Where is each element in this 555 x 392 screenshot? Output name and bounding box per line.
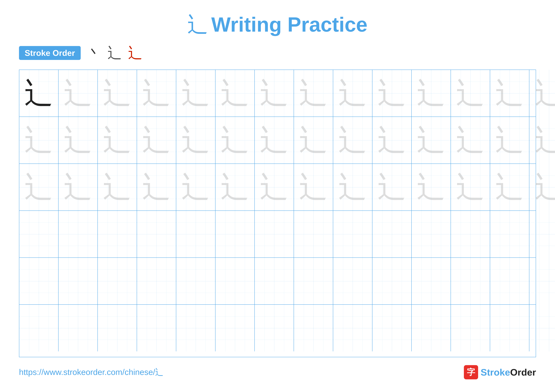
- footer-brand-name: StrokeOrder: [481, 367, 536, 378]
- grid-cell[interactable]: [255, 258, 294, 304]
- footer: https://www.strokeorder.com/chinese/辶 字 …: [19, 365, 536, 379]
- grid-cell[interactable]: [58, 211, 98, 257]
- grid-cell[interactable]: 辶: [529, 164, 555, 210]
- grid-cell[interactable]: [98, 211, 137, 257]
- grid-cell[interactable]: [19, 258, 58, 304]
- grid-cell[interactable]: 辶: [19, 70, 58, 117]
- grid-cell[interactable]: [58, 258, 98, 304]
- grid-cell[interactable]: 辶: [215, 117, 255, 164]
- grid-cell[interactable]: 辶: [529, 117, 555, 164]
- grid-cell[interactable]: 辶: [255, 164, 294, 210]
- grid-cell[interactable]: [529, 305, 555, 351]
- title-row: 辶 Writing Practice: [19, 13, 536, 36]
- grid-cell[interactable]: 辶: [490, 164, 529, 210]
- grid-cell[interactable]: [372, 305, 412, 351]
- grid-cell[interactable]: [176, 305, 215, 351]
- grid-cell[interactable]: 辶: [372, 70, 412, 117]
- grid-row-6: [19, 305, 536, 351]
- grid-cell[interactable]: [333, 211, 372, 257]
- grid-cell[interactable]: [412, 305, 451, 351]
- grid-cell[interactable]: 辶: [372, 164, 412, 210]
- stroke-order-row: Stroke Order 丶 辶 辶: [19, 46, 536, 60]
- grid-cell[interactable]: 辶: [215, 164, 255, 210]
- grid-cell[interactable]: [255, 211, 294, 257]
- grid-cell[interactable]: 辶: [58, 164, 98, 210]
- stroke-step-2: 辶: [108, 46, 122, 60]
- grid-cell[interactable]: 辶: [176, 70, 215, 117]
- grid-cell[interactable]: 辶: [19, 117, 58, 164]
- grid-cell[interactable]: [294, 258, 333, 304]
- grid-cell[interactable]: [333, 305, 372, 351]
- grid-cell[interactable]: 辶: [98, 70, 137, 117]
- grid-cell[interactable]: [255, 305, 294, 351]
- grid-cell[interactable]: 辶: [451, 70, 490, 117]
- grid-cell[interactable]: [98, 305, 137, 351]
- grid-cell[interactable]: [294, 211, 333, 257]
- grid-cell[interactable]: 辶: [294, 70, 333, 117]
- grid-cell[interactable]: 辶: [19, 164, 58, 210]
- grid-cell[interactable]: 辶: [137, 164, 176, 210]
- grid-cell[interactable]: 辶: [529, 70, 555, 117]
- grid-cell[interactable]: 辶: [255, 70, 294, 117]
- grid-cell[interactable]: [451, 258, 490, 304]
- grid-cell[interactable]: [372, 258, 412, 304]
- grid-cell[interactable]: 辶: [490, 117, 529, 164]
- grid-cell[interactable]: 辶: [98, 117, 137, 164]
- grid-cell[interactable]: [490, 305, 529, 351]
- grid-cell[interactable]: 辶: [176, 164, 215, 210]
- grid-cell[interactable]: [333, 258, 372, 304]
- grid-cell[interactable]: [412, 258, 451, 304]
- grid-cell[interactable]: [176, 258, 215, 304]
- grid-cell[interactable]: 辶: [137, 117, 176, 164]
- grid-cell[interactable]: 辶: [333, 164, 372, 210]
- grid-cell[interactable]: [19, 211, 58, 257]
- footer-url[interactable]: https://www.strokeorder.com/chinese/辶: [19, 367, 163, 378]
- grid-cell[interactable]: 辶: [451, 117, 490, 164]
- grid-cell[interactable]: 辶: [294, 117, 333, 164]
- grid-cell[interactable]: 辶: [215, 70, 255, 117]
- grid-row-5: [19, 258, 536, 305]
- grid-cell[interactable]: [490, 258, 529, 304]
- char-solid: 辶: [24, 79, 53, 107]
- grid-cell[interactable]: 辶: [333, 70, 372, 117]
- grid-cell[interactable]: 辶: [58, 70, 98, 117]
- grid-cell[interactable]: [137, 211, 176, 257]
- practice-grid: 辶 辶 辶 辶 辶 辶 辶 辶 辶 辶 辶 辶 辶 辶 辶 辶 辶 辶 辶 辶 …: [19, 70, 536, 357]
- grid-cell[interactable]: [58, 305, 98, 351]
- stroke-step-3: 辶: [128, 46, 142, 60]
- grid-cell[interactable]: [490, 211, 529, 257]
- grid-cell[interactable]: [215, 211, 255, 257]
- grid-cell[interactable]: [294, 305, 333, 351]
- grid-cell[interactable]: [529, 211, 555, 257]
- grid-cell[interactable]: [372, 211, 412, 257]
- grid-cell[interactable]: 辶: [412, 117, 451, 164]
- grid-cell[interactable]: 辶: [176, 117, 215, 164]
- grid-row-3: 辶 辶 辶 辶 辶 辶 辶 辶 辶 辶 辶 辶 辶 辶: [19, 164, 536, 211]
- footer-logo-icon: 字: [464, 365, 478, 379]
- grid-cell[interactable]: [176, 211, 215, 257]
- grid-cell[interactable]: 辶: [372, 117, 412, 164]
- grid-row-2: 辶 辶 辶 辶 辶 辶 辶 辶 辶 辶 辶 辶 辶 辶: [19, 117, 536, 164]
- grid-cell[interactable]: 辶: [412, 164, 451, 210]
- grid-cell[interactable]: 辶: [451, 164, 490, 210]
- grid-cell[interactable]: [451, 211, 490, 257]
- page-title: Writing Practice: [211, 13, 367, 36]
- grid-cell[interactable]: [19, 305, 58, 351]
- grid-cell[interactable]: 辶: [98, 164, 137, 210]
- grid-cell[interactable]: [529, 258, 555, 304]
- grid-cell[interactable]: 辶: [412, 70, 451, 117]
- grid-cell[interactable]: [98, 258, 137, 304]
- grid-cell[interactable]: 辶: [333, 117, 372, 164]
- grid-cell[interactable]: [412, 211, 451, 257]
- grid-cell[interactable]: [215, 305, 255, 351]
- grid-cell[interactable]: [451, 305, 490, 351]
- grid-cell[interactable]: 辶: [255, 117, 294, 164]
- grid-cell[interactable]: 辶: [294, 164, 333, 210]
- grid-cell[interactable]: 辶: [490, 70, 529, 117]
- grid-cell[interactable]: 辶: [137, 70, 176, 117]
- page: 辶 Writing Practice Stroke Order 丶 辶 辶 辶 …: [0, 0, 555, 392]
- grid-cell[interactable]: [215, 258, 255, 304]
- grid-cell[interactable]: [137, 305, 176, 351]
- grid-cell[interactable]: 辶: [58, 117, 98, 164]
- grid-cell[interactable]: [137, 258, 176, 304]
